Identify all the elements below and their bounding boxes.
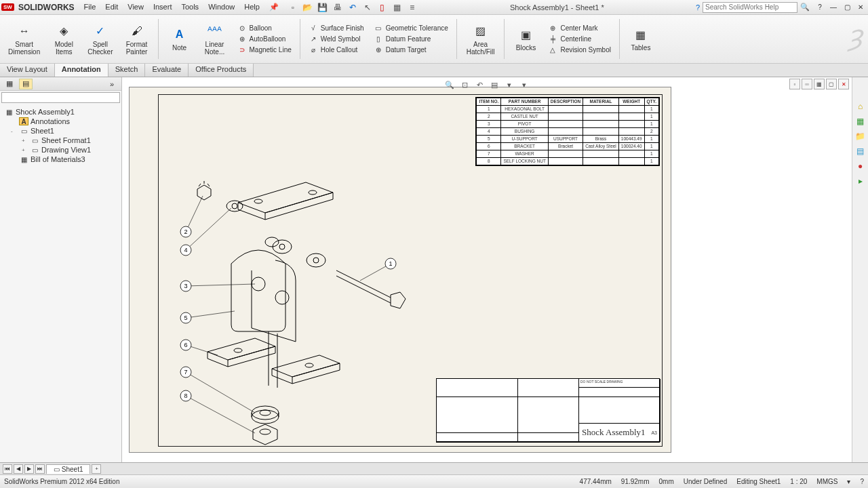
maximize-button[interactable]: ▢ <box>841 3 853 12</box>
tree-drawing-view[interactable]: +▭Drawing View1 <box>1 145 120 155</box>
drawing-sheet[interactable]: ITEM NO.PART NUMBERDESCRIPTIONMATERIALWE… <box>129 87 671 453</box>
help-search-input[interactable] <box>703 2 797 13</box>
blocks-button[interactable]: ▣Blocks <box>510 16 541 62</box>
menu-help[interactable]: Help <box>244 3 260 12</box>
print-icon[interactable]: 🖶 <box>332 2 344 13</box>
view-palette-icon[interactable]: ▤ <box>854 145 867 157</box>
menu-file[interactable]: File <box>84 3 96 12</box>
menu-view[interactable]: View <box>127 3 144 12</box>
hide-show-icon[interactable]: ▾ <box>517 79 531 91</box>
revision-symbol-button[interactable]: △Revision Symbol <box>545 45 613 55</box>
expand-icon[interactable]: + <box>22 147 28 153</box>
geo-tol-button[interactable]: ▭Geometric Tolerance <box>371 24 451 33</box>
note-button[interactable]: ANote <box>164 16 195 62</box>
property-icon[interactable]: ▤ <box>19 79 33 89</box>
center-mark-button[interactable]: ⊕Center Mark <box>545 24 613 33</box>
zoom-fit-icon[interactable]: 🔍 <box>443 79 456 91</box>
datum-feature-button[interactable]: ▯Datum Feature <box>371 35 451 44</box>
format-painter-button[interactable]: 🖌FormatPainter <box>121 16 153 62</box>
feature-tree: ▦Shock Assembly1 AAnnotations -▭Sheet1 +… <box>0 104 121 167</box>
four-page-icon[interactable]: ▦ <box>814 79 825 89</box>
menu-tools[interactable]: Tools <box>181 3 199 12</box>
spell-checker-button[interactable]: ✓SpellChecker <box>83 16 117 62</box>
help-icon[interactable]: ? <box>696 3 700 12</box>
library-icon[interactable]: 📁 <box>854 130 867 142</box>
autoballoon-button[interactable]: ⊛AutoBalloon <box>235 35 294 44</box>
tab-office-products[interactable]: Office Products <box>189 64 254 77</box>
home-icon[interactable]: ⌂ <box>854 100 867 113</box>
feature-tree-icon[interactable]: ▦ <box>3 79 16 89</box>
help-button[interactable]: ? <box>814 3 826 12</box>
prev-sheet-icon[interactable]: ◀ <box>14 464 23 474</box>
exploded-view-drawing[interactable]: 1 2 3 4 5 6 7 8 <box>150 128 448 447</box>
tab-sketch[interactable]: Sketch <box>108 64 146 77</box>
status-rebuild-icon[interactable]: ? <box>860 478 864 485</box>
magnetic-line-button[interactable]: ⊃Magnetic Line <box>235 45 294 55</box>
menu-pin-icon[interactable]: 📌 <box>269 3 279 12</box>
bom-table[interactable]: ITEM NO.PART NUMBERDESCRIPTIONMATERIALWE… <box>475 97 660 166</box>
weld-symbol-button[interactable]: ↗Weld Symbol <box>306 35 367 44</box>
search-icon[interactable]: 🔍 <box>800 3 810 12</box>
svg-line-27 <box>186 284 255 286</box>
rebuild-icon[interactable]: ▯ <box>376 2 389 13</box>
single-page-icon[interactable]: ▫ <box>789 79 800 89</box>
tables-button[interactable]: ▦Tables <box>625 16 656 62</box>
last-sheet-icon[interactable]: ⏭ <box>35 464 45 474</box>
status-units[interactable]: MMGS <box>816 478 837 485</box>
select-icon[interactable]: ↖ <box>361 2 374 13</box>
display-icon[interactable]: ▾ <box>502 79 516 91</box>
options-icon[interactable]: ▦ <box>391 2 403 13</box>
menu-window[interactable]: Window <box>208 3 235 12</box>
prev-view-icon[interactable]: ↶ <box>473 79 486 91</box>
svg-point-13 <box>234 348 242 352</box>
balloon-button[interactable]: ⊙Balloon <box>235 24 294 33</box>
area-hatch-button[interactable]: ▨AreaHatch/Fill <box>462 16 499 62</box>
collapse-icon[interactable]: » <box>105 79 119 89</box>
datum-target-button[interactable]: ⊕Datum Target <box>371 45 451 55</box>
smart-dimension-button[interactable]: ↔SmartDimension <box>4 16 44 62</box>
two-page-icon[interactable]: ▫▫ <box>802 79 812 89</box>
tab-annotation[interactable]: Annotation <box>55 64 108 77</box>
section-icon[interactable]: ▤ <box>488 79 501 91</box>
svg-point-19 <box>252 410 279 424</box>
tree-sheet-format[interactable]: +▭Sheet Format1 <box>1 136 120 145</box>
undo-icon[interactable]: ↶ <box>347 2 359 13</box>
zoom-area-icon[interactable]: ⊡ <box>458 79 471 91</box>
tree-sheet1[interactable]: -▭Sheet1 <box>1 126 120 136</box>
close-button[interactable]: ✕ <box>854 3 867 12</box>
centerline-button[interactable]: ╪Centerline <box>545 35 613 44</box>
first-sheet-icon[interactable]: ⏮ <box>3 464 12 474</box>
save-icon[interactable]: 💾 <box>317 2 329 13</box>
minimize-button[interactable]: — <box>827 3 840 12</box>
next-sheet-icon[interactable]: ▶ <box>24 464 34 474</box>
tab-evaluate[interactable]: Evaluate <box>145 64 189 77</box>
canvas[interactable]: 🔍 ⊡ ↶ ▤ ▾ ▾ ▫ ▫▫ ▦ ▢ ✕ ITEM NO.PART NUMB… <box>122 77 852 462</box>
status-dropdown-icon[interactable]: ▾ <box>847 478 850 485</box>
options2-icon[interactable]: ≡ <box>406 2 418 13</box>
tree-bom[interactable]: ▦Bill of Materials3 <box>1 155 120 164</box>
title-block[interactable]: DO NOT SCALE DRAWING Shock Assembly1 A3 <box>436 378 660 443</box>
tree-root[interactable]: ▦Shock Assembly1 <box>1 107 120 117</box>
linear-note-button[interactable]: ᴬᴬᴬLinearNote... <box>199 16 231 62</box>
svg-point-6 <box>273 240 292 253</box>
sheet-tab-1[interactable]: ▭ Sheet1 <box>46 464 90 474</box>
maximize-view-icon[interactable]: ▢ <box>826 79 837 89</box>
tab-view-layout[interactable]: View Layout <box>0 64 55 77</box>
surface-finish-button[interactable]: √Surface Finish <box>306 24 367 33</box>
menu-insert[interactable]: Insert <box>153 3 172 12</box>
custom-props-icon[interactable]: ▸ <box>854 175 867 187</box>
expand-icon[interactable]: + <box>22 138 28 144</box>
menu-edit[interactable]: Edit <box>105 3 118 12</box>
open-icon[interactable]: 📂 <box>302 2 314 13</box>
hole-callout-button[interactable]: ⌀Hole Callout <box>306 45 367 55</box>
tree-filter-input[interactable] <box>1 92 120 103</box>
close-view-icon[interactable]: ✕ <box>838 79 849 89</box>
resources-icon[interactable]: ▦ <box>854 115 867 127</box>
tree-annotations[interactable]: AAnnotations <box>1 117 120 126</box>
collapse-icon[interactable]: - <box>11 128 17 134</box>
svg-line-24 <box>186 196 203 232</box>
appearances-icon[interactable]: ● <box>854 160 867 172</box>
add-sheet-icon[interactable]: + <box>92 464 101 474</box>
new-icon[interactable]: ▫ <box>287 2 299 13</box>
model-items-button[interactable]: ◈ModelItems <box>48 16 79 62</box>
